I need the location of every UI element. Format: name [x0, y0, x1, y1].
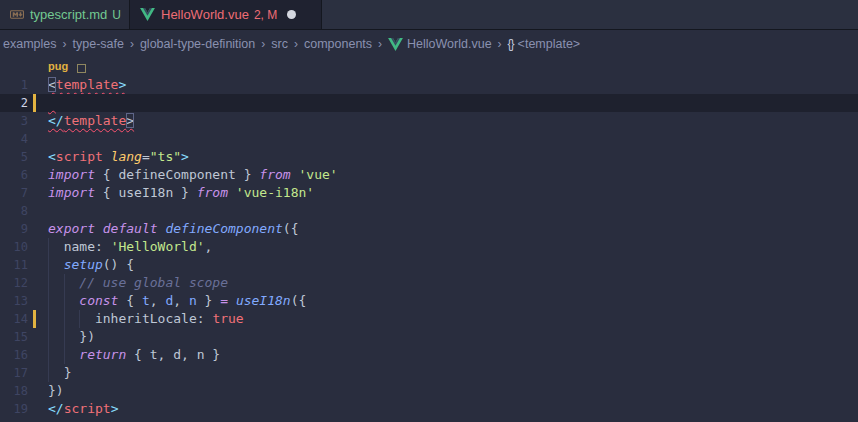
- code-line[interactable]: 19</script>: [0, 400, 858, 418]
- code-line[interactable]: 4: [0, 130, 858, 148]
- tab-typescript-md[interactable]: typescript.md U: [0, 0, 130, 29]
- code-line[interactable]: 5<script lang="ts">: [0, 148, 858, 166]
- code-line[interactable]: 6import { defineComponent } from 'vue': [0, 166, 858, 184]
- code-text: }: [48, 364, 71, 382]
- symbol-template-icon: {}: [508, 37, 514, 51]
- line-number[interactable]: 6: [0, 166, 28, 184]
- code-token: ({: [291, 293, 307, 308]
- breadcrumb-label: examples: [3, 37, 57, 51]
- breadcrumb-label: global-type-definition: [140, 37, 255, 51]
- breadcrumb-separator-icon: ›: [130, 37, 134, 51]
- code-lines: 1<template>2 3</template>45<script lang=…: [0, 76, 858, 418]
- code-token: {: [118, 293, 141, 308]
- code-token: <: [48, 77, 56, 92]
- code-line[interactable]: 8: [0, 202, 858, 220]
- code-text: }): [48, 382, 64, 400]
- code-text: // use global scope: [48, 274, 228, 292]
- code-line[interactable]: 11 setup() {: [0, 256, 858, 274]
- code-token: useI18n: [236, 293, 291, 308]
- template-lang-hint-row: pug: [0, 58, 858, 76]
- tab-helloworld-vue[interactable]: HelloWorld.vue 2, M: [130, 0, 322, 29]
- code-token: { defineComponent }: [95, 167, 259, 182]
- line-number[interactable]: 15: [0, 328, 28, 346]
- code-token: template: [56, 77, 119, 92]
- line-number[interactable]: 14: [0, 310, 28, 328]
- breadcrumb-separator-icon: ›: [498, 37, 502, 51]
- breadcrumb-item[interactable]: src: [271, 37, 288, 51]
- line-number[interactable]: 11: [0, 256, 28, 274]
- code-line[interactable]: 9export default defineComponent({: [0, 220, 858, 238]
- code-token: [228, 185, 236, 200]
- code-token: default: [103, 221, 158, 236]
- breadcrumb-item[interactable]: HelloWorld.vue: [388, 37, 492, 51]
- breadcrumb-item[interactable]: type-safe: [73, 37, 124, 51]
- code-token: >: [126, 113, 134, 128]
- breadcrumb-separator-icon: ›: [261, 37, 265, 51]
- code-text: </template>: [48, 112, 134, 130]
- code-token: ,: [205, 239, 213, 254]
- code-text: }): [48, 328, 95, 346]
- line-number[interactable]: 8: [0, 202, 28, 220]
- line-number[interactable]: 7: [0, 184, 28, 202]
- code-text: [48, 94, 56, 112]
- line-number[interactable]: 19: [0, 400, 28, 418]
- breadcrumb-separator-icon: ›: [378, 37, 382, 51]
- code-line[interactable]: 7import { useI18n } from 'vue-i18n': [0, 184, 858, 202]
- code-line[interactable]: 18}): [0, 382, 858, 400]
- code-line[interactable]: 12 // use global scope: [0, 274, 858, 292]
- code-token: }: [64, 365, 72, 380]
- code-token: >: [181, 149, 189, 164]
- code-token: "ts": [150, 149, 181, 164]
- code-token: =: [220, 293, 228, 308]
- line-number[interactable]: 12: [0, 274, 28, 292]
- code-line[interactable]: 14 inheritLocale: true: [0, 310, 858, 328]
- code-token: setup: [64, 257, 103, 272]
- code-token: ,: [173, 293, 189, 308]
- breadcrumb-item[interactable]: examples: [3, 37, 57, 51]
- code-token: import: [48, 185, 95, 200]
- code-line[interactable]: 13 const { t, d, n } = useI18n({: [0, 292, 858, 310]
- breadcrumb-label: components: [304, 37, 372, 51]
- code-token: from: [259, 167, 290, 182]
- line-number[interactable]: 5: [0, 148, 28, 166]
- code-token: =: [142, 149, 150, 164]
- breadcrumb-label: HelloWorld.vue: [407, 37, 492, 51]
- code-token: ({: [283, 221, 299, 236]
- line-number[interactable]: 1: [0, 76, 28, 94]
- code-token: import: [48, 167, 95, 182]
- line-number[interactable]: 9: [0, 220, 28, 238]
- template-lang-picker-box[interactable]: [77, 64, 86, 73]
- code-line[interactable]: 3</template>: [0, 112, 858, 130]
- code-text: import { defineComponent } from 'vue': [48, 166, 338, 184]
- breadcrumb-item[interactable]: {}<template>: [508, 37, 581, 51]
- line-number[interactable]: 10: [0, 238, 28, 256]
- code-token: [103, 149, 111, 164]
- line-number[interactable]: 3: [0, 112, 28, 130]
- unsaved-changes-dot[interactable]: [287, 10, 296, 19]
- breadcrumb-item[interactable]: global-type-definition: [140, 37, 255, 51]
- line-number[interactable]: 4: [0, 130, 28, 148]
- code-token: const: [79, 293, 118, 308]
- line-number[interactable]: 18: [0, 382, 28, 400]
- code-line[interactable]: 2: [0, 94, 858, 112]
- code-text: setup() {: [48, 256, 134, 274]
- code-token: { useI18n }: [95, 185, 197, 200]
- code-line[interactable]: 16 return { t, d, n }: [0, 346, 858, 364]
- code-line[interactable]: 1<template>: [0, 76, 858, 94]
- code-token: t: [142, 293, 150, 308]
- code-text: inheritLocale: true: [48, 310, 244, 328]
- line-number[interactable]: 13: [0, 292, 28, 310]
- code-token: inheritLocale:: [95, 311, 212, 326]
- code-token: template: [64, 113, 127, 128]
- code-token: true: [212, 311, 243, 326]
- code-token: 'vue': [298, 167, 337, 182]
- code-line[interactable]: 10 name: 'HelloWorld',: [0, 238, 858, 256]
- template-lang-hint[interactable]: pug: [48, 60, 68, 72]
- line-number[interactable]: 17: [0, 364, 28, 382]
- breadcrumb-item[interactable]: components: [304, 37, 372, 51]
- line-number[interactable]: 2: [0, 94, 28, 112]
- code-line[interactable]: 17 }: [0, 364, 858, 382]
- line-number[interactable]: 16: [0, 346, 28, 364]
- tab-bar: typescript.md U HelloWorld.vue 2, M: [0, 0, 858, 30]
- code-line[interactable]: 15 }): [0, 328, 858, 346]
